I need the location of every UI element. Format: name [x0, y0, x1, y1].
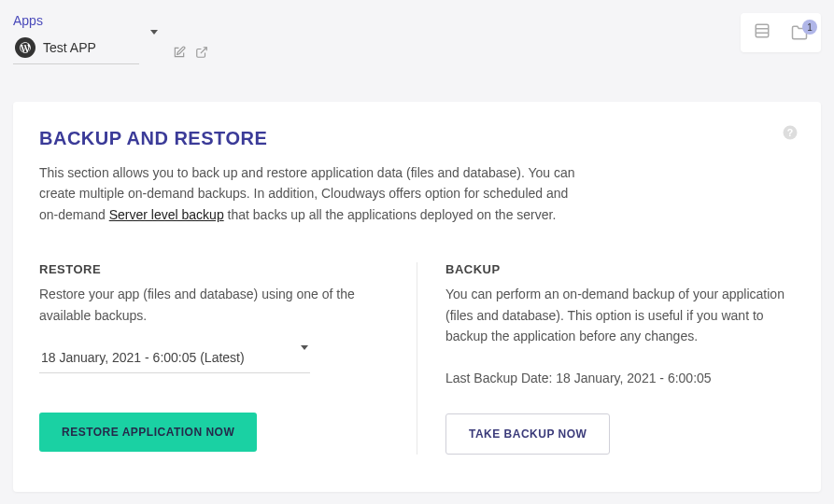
last-backup-date: Last Backup Date: 18 January, 2021 - 6:0…	[445, 371, 795, 385]
selected-backup-value: 18 January, 2021 - 6:00:05 (Latest)	[41, 350, 245, 365]
svg-text:?: ?	[787, 127, 793, 138]
app-name: Test APP	[43, 40, 96, 55]
header: Apps Test APP 1	[13, 13, 821, 64]
restore-column: RESTORE Restore your app (files and data…	[39, 262, 417, 455]
chevron-down-icon	[301, 350, 308, 365]
columns: RESTORE Restore your app (files and data…	[39, 262, 795, 455]
server-level-backup-link[interactable]: Server level backup	[109, 207, 224, 222]
restore-title: RESTORE	[39, 262, 389, 276]
card-description: This section allows you to back up and r…	[39, 162, 590, 225]
svg-line-0	[201, 47, 206, 52]
wordpress-icon	[15, 37, 35, 58]
apps-label: Apps	[13, 13, 741, 28]
folder-view-icon[interactable]: 1	[791, 24, 808, 41]
take-backup-button[interactable]: TAKE BACKUP NOW	[445, 413, 610, 455]
external-link-icon[interactable]	[195, 46, 208, 63]
list-view-icon[interactable]	[754, 22, 770, 43]
view-toggle-box: 1	[741, 13, 821, 52]
backup-restore-card: ? BACKUP AND RESTORE This section allows…	[13, 102, 821, 492]
edit-icon[interactable]	[173, 46, 186, 63]
backup-select[interactable]: 18 January, 2021 - 6:00:05 (Latest)	[39, 343, 310, 373]
backup-title: BACKUP	[445, 262, 795, 276]
restore-button[interactable]: RESTORE APPLICATION NOW	[39, 413, 257, 452]
help-icon[interactable]: ?	[782, 124, 799, 145]
backup-column: BACKUP You can perform an on-demand back…	[417, 262, 795, 455]
folder-badge: 1	[802, 20, 817, 35]
card-title: BACKUP AND RESTORE	[39, 128, 795, 149]
app-selector-section: Apps Test APP	[13, 13, 741, 64]
backup-description: You can perform an on-demand backup of y…	[445, 284, 795, 346]
app-dropdown-caret[interactable]	[150, 35, 158, 51]
restore-description: Restore your app (files and database) us…	[39, 284, 389, 326]
svg-rect-1	[756, 24, 769, 37]
app-selector[interactable]: Test APP	[13, 32, 139, 64]
